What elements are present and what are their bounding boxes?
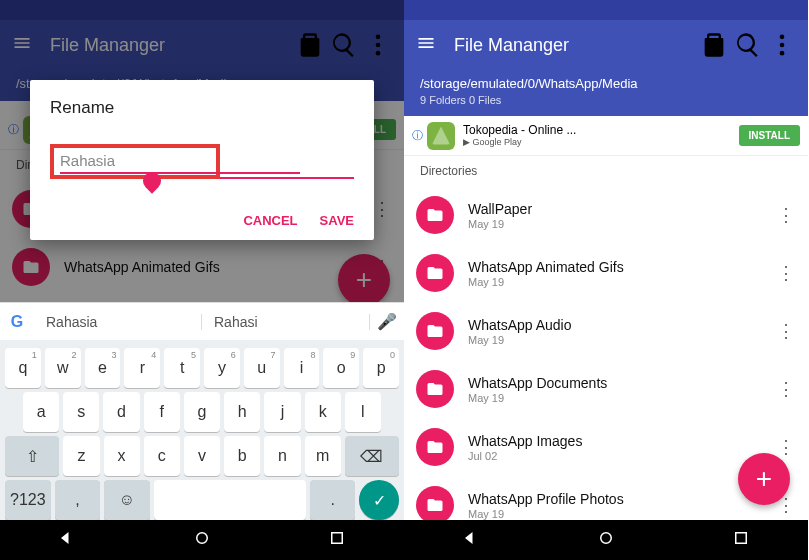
row-overflow-icon[interactable]: ⋮ [776, 436, 796, 458]
screenshot-left: File Mananger /storage/emulated/0/WhatsA… [0, 0, 404, 560]
nav-recents-icon[interactable] [328, 529, 346, 551]
folder-icon [416, 196, 454, 234]
app-title: File Mananger [454, 35, 694, 56]
key-n[interactable]: n [264, 436, 300, 476]
key-s[interactable]: s [63, 392, 99, 432]
key-r[interactable]: r4 [124, 348, 160, 388]
key-e[interactable]: e3 [85, 348, 121, 388]
key-h[interactable]: h [224, 392, 260, 432]
svg-point-8 [601, 533, 612, 544]
list-item[interactable]: WhatsApp AudioMay 19⋮ [404, 302, 808, 360]
key-g[interactable]: g [184, 392, 220, 432]
folder-icon [416, 370, 454, 408]
key-enter[interactable]: ✓ [359, 480, 399, 520]
ad-install-button[interactable]: INSTALL [739, 125, 800, 146]
key-o[interactable]: o9 [323, 348, 359, 388]
path-bar: /storage/emulated/0/WhatsApp/Media 9 Fol… [404, 70, 808, 116]
svg-point-6 [780, 43, 785, 48]
key-v[interactable]: v [184, 436, 220, 476]
suggestion[interactable]: Rahasia [34, 314, 202, 330]
key-t[interactable]: t5 [164, 348, 200, 388]
clipboard-icon[interactable] [700, 31, 728, 59]
ad-banner[interactable]: ⓘ Tokopedia - Online ... ▶ Google Play I… [404, 116, 808, 156]
row-overflow-icon[interactable]: ⋮ [776, 378, 796, 400]
folder-icon [416, 428, 454, 466]
key-k[interactable]: k [305, 392, 341, 432]
svg-rect-4 [331, 533, 342, 544]
folder-icon [416, 486, 454, 524]
app-bar: File Mananger [404, 20, 808, 70]
key-x[interactable]: x [104, 436, 140, 476]
status-bar [404, 0, 808, 20]
overflow-icon[interactable] [768, 31, 796, 59]
key-q[interactable]: q1 [5, 348, 41, 388]
ad-marker-icon: ⓘ [412, 128, 424, 143]
fab-add[interactable]: + [738, 453, 790, 505]
search-icon[interactable] [734, 31, 762, 59]
current-path: /storage/emulated/0/WhatsApp/Media [420, 76, 792, 91]
key-z[interactable]: z [63, 436, 99, 476]
svg-point-3 [197, 533, 208, 544]
key-w[interactable]: w2 [45, 348, 81, 388]
ad-store: ▶ Google Play [463, 137, 739, 148]
nav-back-icon[interactable] [462, 529, 480, 551]
folder-icon [416, 312, 454, 350]
key-period[interactable]: . [310, 480, 356, 520]
keyboard-suggestion-bar: G Rahasia Rahasi 🎤 [0, 302, 404, 340]
key-c[interactable]: c [144, 436, 180, 476]
key-f[interactable]: f [144, 392, 180, 432]
android-nav-bar [404, 520, 808, 560]
dialog-title: Rename [50, 98, 354, 118]
soft-keyboard: q1w2e3r4t5y6u7i8o9p0 asdfghjkl ⇧zxcvbnm⌫… [0, 340, 404, 520]
row-overflow-icon[interactable]: ⋮ [776, 262, 796, 284]
nav-recents-icon[interactable] [732, 529, 750, 551]
key-p[interactable]: p0 [363, 348, 399, 388]
key-comma[interactable]: , [55, 480, 101, 520]
svg-point-5 [780, 35, 785, 40]
nav-back-icon[interactable] [58, 529, 76, 551]
key-j[interactable]: j [264, 392, 300, 432]
rename-dialog: Rename CANCEL SAVE [30, 80, 374, 240]
key-i[interactable]: i8 [284, 348, 320, 388]
folder-icon [416, 254, 454, 292]
key-space[interactable] [154, 480, 306, 520]
row-overflow-icon[interactable]: ⋮ [776, 204, 796, 226]
svg-point-7 [780, 51, 785, 56]
cancel-button[interactable]: CANCEL [243, 213, 297, 228]
key-b[interactable]: b [224, 436, 260, 476]
rename-input[interactable] [60, 149, 300, 174]
svg-rect-9 [735, 533, 746, 544]
list-item[interactable]: WallPaperMay 19⋮ [404, 186, 808, 244]
key-shift[interactable]: ⇧ [5, 436, 59, 476]
highlight-box [50, 144, 220, 179]
google-icon[interactable]: G [0, 313, 34, 331]
mic-icon[interactable]: 🎤 [370, 312, 404, 331]
ad-app-icon [427, 122, 455, 150]
suggestion[interactable]: Rahasi [202, 314, 370, 330]
list-item[interactable]: WhatsApp Animated GifsMay 19⋮ [404, 244, 808, 302]
key-d[interactable]: d [103, 392, 139, 432]
key-y[interactable]: y6 [204, 348, 240, 388]
key-symbols[interactable]: ?123 [5, 480, 51, 520]
list-item[interactable]: WhatsApp DocumentsMay 19⋮ [404, 360, 808, 418]
key-backspace[interactable]: ⌫ [345, 436, 399, 476]
row-overflow-icon[interactable]: ⋮ [776, 320, 796, 342]
key-u[interactable]: u7 [244, 348, 280, 388]
menu-icon[interactable] [416, 33, 436, 57]
nav-home-icon[interactable] [193, 529, 211, 551]
key-m[interactable]: m [305, 436, 341, 476]
ad-title: Tokopedia - Online ... [463, 123, 739, 137]
folder-meta: 9 Folders 0 Files [420, 94, 792, 106]
key-a[interactable]: a [23, 392, 59, 432]
nav-home-icon[interactable] [597, 529, 615, 551]
android-nav-bar [0, 520, 404, 560]
section-header: Directories [404, 156, 808, 186]
save-button[interactable]: SAVE [320, 213, 354, 228]
key-emoji[interactable]: ☺ [104, 480, 150, 520]
key-l[interactable]: l [345, 392, 381, 432]
screenshot-right: File Mananger /storage/emulated/0/WhatsA… [404, 0, 808, 560]
